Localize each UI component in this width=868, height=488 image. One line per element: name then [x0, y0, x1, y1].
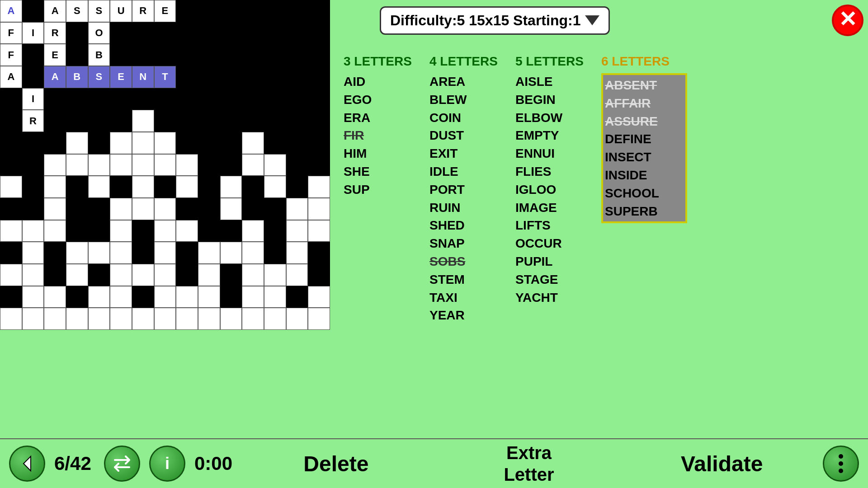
cell-1-1[interactable]: I — [22, 22, 44, 44]
swap-icon — [111, 453, 133, 474]
word-EGO[interactable]: EGO — [344, 91, 429, 108]
cell-3-2[interactable]: A — [44, 66, 66, 88]
word-SUPERB[interactable]: SUPERB — [605, 203, 684, 220]
cell-0-5[interactable]: U — [110, 0, 132, 22]
cell-0-6[interactable]: R — [132, 0, 154, 22]
word-SUP[interactable]: SUP — [344, 181, 429, 198]
cell-3-5[interactable]: E — [110, 66, 132, 88]
cell-2-6 — [132, 44, 154, 66]
word-AISLE[interactable]: AISLE — [515, 73, 601, 90]
word-STEM[interactable]: STEM — [429, 271, 515, 288]
cell-3-7[interactable]: T — [154, 66, 176, 88]
cell-1-13 — [286, 22, 308, 44]
cell-5-4 — [88, 110, 110, 132]
difficulty-settings[interactable]: Difficulty:5 15x15 Starting:1 — [380, 6, 610, 35]
word-PORT[interactable]: PORT — [429, 181, 515, 198]
word-ABSENT[interactable]: ABSENT — [605, 77, 684, 94]
cell-1-5 — [110, 22, 132, 44]
cell-0-12 — [264, 0, 286, 22]
word-ERA[interactable]: ERA — [344, 109, 429, 127]
swap-button[interactable] — [104, 446, 140, 482]
cell-4-1[interactable]: I — [22, 88, 44, 110]
cell-3-6[interactable]: N — [132, 66, 154, 88]
word-ENNUI[interactable]: ENNUI — [515, 145, 601, 162]
cell-4-14 — [308, 88, 330, 110]
word-AID[interactable]: AID — [344, 73, 429, 90]
back-button[interactable] — [9, 446, 45, 482]
cell-0-3[interactable]: S — [66, 0, 88, 22]
cell-2-3 — [66, 44, 88, 66]
word-FLIES[interactable]: FLIES — [515, 163, 601, 180]
col-6-letters: ABSENT AFFAIR ASSURE DEFINE INSECT INSID… — [601, 73, 687, 223]
cell-3-3[interactable]: B — [66, 66, 88, 88]
cell-0-0[interactable]: A — [0, 0, 22, 22]
word-INSECT[interactable]: INSECT — [605, 149, 684, 166]
cell-2-2[interactable]: E — [44, 44, 66, 66]
word-AFFAIR[interactable]: AFFAIR — [605, 95, 684, 112]
cell-1-2[interactable]: R — [44, 22, 66, 44]
menu-button[interactable] — [823, 446, 859, 482]
word-ELBOW[interactable]: ELBOW — [515, 109, 601, 127]
cell-5-6[interactable] — [132, 110, 154, 132]
word-STAGE[interactable]: STAGE — [515, 271, 601, 288]
word-EXIT[interactable]: EXIT — [429, 145, 515, 162]
word-HIM[interactable]: HIM — [344, 145, 429, 162]
cell-5-10 — [220, 110, 242, 132]
word-SHE[interactable]: SHE — [344, 163, 429, 180]
cell-3-12 — [264, 66, 286, 88]
word-IGLOO[interactable]: IGLOO — [515, 181, 601, 198]
word-TAXI[interactable]: TAXI — [429, 289, 515, 306]
word-INSIDE[interactable]: INSIDE — [605, 167, 684, 184]
cell-0-4[interactable]: S — [88, 0, 110, 22]
delete-button[interactable]: Delete — [244, 451, 428, 476]
word-SCHOOL[interactable]: SCHOOL — [605, 185, 684, 202]
word-RUIN[interactable]: RUIN — [429, 199, 515, 216]
cell-2-0[interactable]: F — [0, 44, 22, 66]
word-DUST[interactable]: DUST — [429, 127, 515, 144]
word-LIFTS[interactable]: LIFTS — [515, 217, 601, 234]
cell-1-8 — [176, 22, 198, 44]
cell-4-3 — [66, 88, 88, 110]
word-PUPIL[interactable]: PUPIL — [515, 253, 601, 270]
extra-letter-button[interactable]: ExtraLetter — [437, 442, 621, 485]
validate-button[interactable]: Validate — [630, 451, 814, 476]
word-EMPTY[interactable]: EMPTY — [515, 127, 601, 144]
word-OCCUR[interactable]: OCCUR — [515, 235, 601, 252]
dropdown-arrow-icon[interactable] — [585, 15, 599, 25]
word-DEFINE[interactable]: DEFINE — [605, 131, 684, 148]
info-button[interactable]: i — [149, 446, 185, 482]
word-COIN[interactable]: COIN — [429, 109, 515, 127]
word-FIR[interactable]: FIR — [344, 127, 429, 144]
cell-0-7[interactable]: E — [154, 0, 176, 22]
cell-2-12 — [264, 44, 286, 66]
close-button[interactable]: ✕ — [832, 5, 863, 36]
cell-4-5 — [110, 88, 132, 110]
cell-5-1[interactable]: R — [22, 110, 44, 132]
cell-5-5 — [110, 110, 132, 132]
word-YEAR[interactable]: YEAR — [429, 307, 515, 324]
word-AREA[interactable]: AREA — [429, 73, 515, 90]
word-SHED[interactable]: SHED — [429, 217, 515, 234]
word-BEGIN[interactable]: BEGIN — [515, 91, 601, 108]
word-IDLE[interactable]: IDLE — [429, 163, 515, 180]
cell-2-4[interactable]: B — [88, 44, 110, 66]
cell-1-4[interactable]: O — [88, 22, 110, 44]
cell-4-4 — [88, 88, 110, 110]
cell-3-9 — [198, 66, 220, 88]
word-BLEW[interactable]: BLEW — [429, 91, 515, 108]
word-ASSURE[interactable]: ASSURE — [605, 113, 684, 130]
cell-2-14 — [308, 44, 330, 66]
cell-1-0[interactable]: F — [0, 22, 22, 44]
cell-3-0[interactable]: A — [0, 66, 22, 88]
word-SOBS[interactable]: SOBS — [429, 253, 515, 270]
crossword-grid[interactable]: A A S S U R E F I R O — [0, 0, 330, 330]
word-IMAGE[interactable]: IMAGE — [515, 199, 601, 216]
cell-3-4[interactable]: S — [88, 66, 110, 88]
cell-2-10 — [220, 44, 242, 66]
word-SNAP[interactable]: SNAP — [429, 235, 515, 252]
cell-5-14 — [308, 110, 330, 132]
word-YACHT[interactable]: YACHT — [515, 289, 601, 306]
cell-0-2[interactable]: A — [44, 0, 66, 22]
game-timer: 0:00 — [194, 453, 235, 474]
cell-5-11 — [242, 110, 264, 132]
